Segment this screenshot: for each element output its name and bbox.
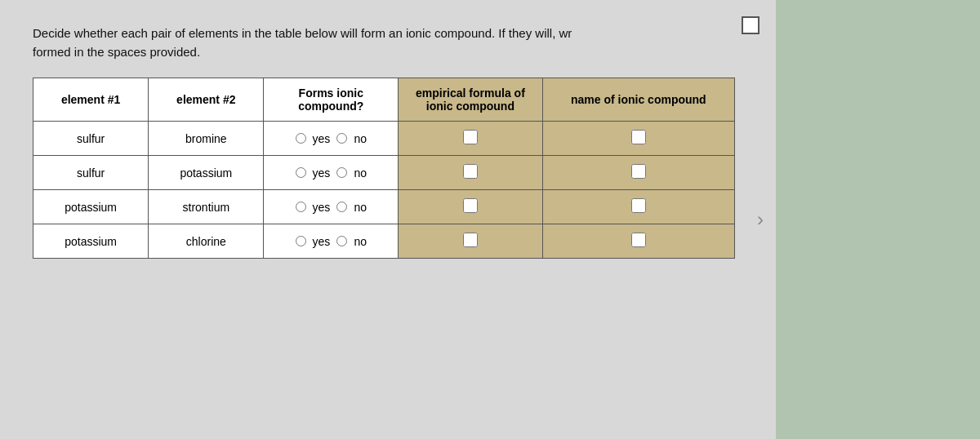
checkbox-empirical-row1[interactable] bbox=[463, 130, 478, 144]
label-no-row1: no bbox=[354, 132, 367, 145]
checkbox-empirical-row2[interactable] bbox=[463, 164, 478, 179]
cell-name-row2 bbox=[542, 156, 734, 190]
label-yes-row2: yes bbox=[313, 166, 331, 180]
cell-element1-row1: sulfur bbox=[33, 122, 149, 156]
cell-forms-row4: yes no bbox=[264, 224, 399, 259]
radio-yes-row4[interactable] bbox=[296, 236, 306, 246]
ionic-compound-table: element #1 element #2 Forms ionic compou… bbox=[33, 78, 735, 259]
instructions: Decide whether each pair of elements in … bbox=[33, 24, 743, 61]
label-no-row4: no bbox=[354, 235, 367, 248]
main-container: Decide whether each pair of elements in … bbox=[0, 0, 776, 439]
radio-no-row1[interactable] bbox=[336, 133, 347, 144]
radio-group-row3: yes no bbox=[274, 201, 388, 214]
header-empirical: empirical formula of ionic compound bbox=[399, 78, 543, 122]
header-forms-ionic: Forms ionic compound? bbox=[264, 78, 399, 122]
cell-element1-row2: sulfur bbox=[33, 156, 149, 190]
label-no-row2: no bbox=[354, 166, 367, 180]
instruction-line2: formed in the spaces provided. bbox=[33, 45, 200, 59]
radio-yes-row3[interactable] bbox=[296, 202, 306, 212]
radio-group-row2: yes no bbox=[274, 166, 388, 180]
cell-name-row4 bbox=[542, 224, 734, 259]
header-element1: element #1 bbox=[33, 78, 149, 122]
cell-forms-row1: yes no bbox=[264, 122, 399, 156]
cell-empirical-row3 bbox=[399, 190, 543, 224]
instruction-line1: Decide whether each pair of elements in … bbox=[33, 26, 572, 40]
label-yes-row4: yes bbox=[313, 235, 331, 248]
cell-empirical-row2 bbox=[399, 156, 543, 190]
cell-element2-row1: bromine bbox=[149, 122, 264, 156]
checkbox-empirical-row3[interactable] bbox=[463, 198, 478, 213]
cell-element1-row3: potassium bbox=[33, 190, 149, 224]
radio-group-row1: yes no bbox=[274, 132, 388, 145]
header-element2: element #2 bbox=[149, 78, 264, 122]
radio-yes-row1[interactable] bbox=[296, 133, 306, 144]
cell-empirical-row1 bbox=[399, 122, 543, 156]
radio-no-row2[interactable] bbox=[336, 167, 347, 178]
label-yes-row3: yes bbox=[313, 201, 331, 214]
table-row: sulfur bromine yes no bbox=[33, 122, 735, 156]
radio-yes-row2[interactable] bbox=[296, 167, 306, 178]
cell-element2-row2: potassium bbox=[149, 156, 264, 190]
table-row: potassium chlorine yes no bbox=[33, 224, 735, 259]
radio-no-row3[interactable] bbox=[336, 202, 347, 212]
checkbox-empirical-row4[interactable] bbox=[463, 233, 478, 247]
corner-checkbox[interactable] bbox=[742, 16, 760, 34]
label-no-row3: no bbox=[354, 201, 367, 214]
cell-forms-row3: yes no bbox=[264, 190, 399, 224]
header-name: name of ionic compound bbox=[542, 78, 734, 122]
radio-group-row4: yes no bbox=[274, 235, 388, 248]
cell-element1-row4: potassium bbox=[33, 224, 149, 259]
checkbox-name-row2[interactable] bbox=[631, 164, 646, 179]
table-row: potassium strontium yes no bbox=[33, 190, 735, 224]
radio-no-row4[interactable] bbox=[336, 236, 347, 246]
checkbox-name-row4[interactable] bbox=[631, 233, 646, 247]
checkbox-name-row3[interactable] bbox=[631, 198, 646, 213]
checkbox-name-row1[interactable] bbox=[631, 130, 646, 144]
cell-element2-row4: chlorine bbox=[149, 224, 264, 259]
cell-element2-row3: strontium bbox=[149, 190, 264, 224]
table-header-row: element #1 element #2 Forms ionic compou… bbox=[33, 78, 735, 122]
label-yes-row1: yes bbox=[313, 132, 331, 145]
table-row: sulfur potassium yes no bbox=[33, 156, 735, 190]
cell-forms-row2: yes no bbox=[264, 156, 399, 190]
cell-name-row1 bbox=[542, 122, 734, 156]
cell-name-row3 bbox=[542, 190, 734, 224]
cell-empirical-row4 bbox=[399, 224, 543, 259]
next-arrow[interactable]: › bbox=[757, 208, 764, 231]
